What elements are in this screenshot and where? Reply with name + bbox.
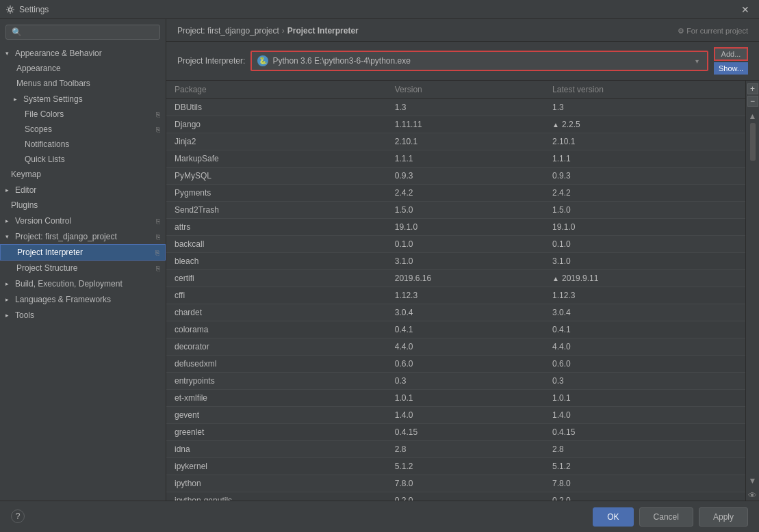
table-row[interactable]: Pygments2.4.22.4.2 xyxy=(166,185,745,202)
table-row[interactable]: greenlet0.4.150.4.15 xyxy=(166,424,745,441)
sidebar-item-quick-lists[interactable]: Quick Lists xyxy=(0,152,166,167)
sidebar: ▾ Appearance & Behavior Appearance Menus… xyxy=(0,19,166,501)
sidebar-item-notifications[interactable]: Notifications xyxy=(0,137,166,152)
table-row[interactable]: ipython-genutils0.2.00.2.0 xyxy=(166,492,745,501)
package-latest: 2.4.2 xyxy=(544,185,745,202)
table-row[interactable]: PyMySQL0.9.30.9.3 xyxy=(166,168,745,185)
breadcrumb-arrow: › xyxy=(282,26,285,36)
table-row[interactable]: DBUtils1.31.3 xyxy=(166,99,745,116)
table-container: + − ▲ ▼ 👁 Package xyxy=(166,81,759,501)
table-row[interactable]: decorator4.4.04.4.0 xyxy=(166,338,745,356)
table-row[interactable]: certifi2019.6.16▲2019.9.11 xyxy=(166,270,745,287)
package-name: certifi xyxy=(166,270,387,287)
scrollbar-up-button[interactable]: ▲ xyxy=(747,111,758,122)
eye-icon[interactable]: 👁 xyxy=(748,490,757,501)
table-row[interactable]: idna2.82.8 xyxy=(166,441,745,458)
sidebar-item-label: Notifications xyxy=(25,139,69,149)
sidebar-item-project-structure[interactable]: Project Structure ⎘ xyxy=(0,261,166,276)
table-row[interactable]: Jinja22.10.12.10.1 xyxy=(166,133,745,150)
chevron-right-icon: ▸ xyxy=(14,96,21,103)
sidebar-item-scopes[interactable]: Scopes ⎘ xyxy=(0,122,166,137)
sidebar-item-tools[interactable]: ▸ Tools xyxy=(0,307,166,323)
eye-visibility-button[interactable]: 👁 xyxy=(748,490,757,501)
copy-icon: ⎘ xyxy=(156,126,160,133)
copy-icon: ⎘ xyxy=(155,249,159,256)
sidebar-item-build-execution[interactable]: ▸ Build, Execution, Deployment xyxy=(0,276,166,291)
sidebar-item-menus-toolbars[interactable]: Menus and Toolbars xyxy=(0,76,166,91)
close-button[interactable]: ✕ xyxy=(737,3,754,16)
package-latest: 19.1.0 xyxy=(544,219,745,236)
table-row[interactable]: defusedxml0.6.00.6.0 xyxy=(166,356,745,373)
package-version: 1.1.1 xyxy=(387,150,544,168)
table-row[interactable]: cffi1.12.31.12.3 xyxy=(166,287,745,304)
sidebar-item-label: Languages & Frameworks xyxy=(15,295,111,304)
package-name: bleach xyxy=(166,253,387,270)
scroll-down-button[interactable]: ▼ xyxy=(747,475,758,486)
sidebar-item-system-settings[interactable]: ▸ System Settings xyxy=(0,91,166,107)
copy-icon: ⎘ xyxy=(156,265,160,272)
table-row[interactable]: ipykernel5.1.25.1.2 xyxy=(166,458,745,475)
cancel-button[interactable]: Cancel xyxy=(639,507,693,527)
table-row[interactable]: colorama0.4.10.4.1 xyxy=(166,321,745,338)
sidebar-item-file-colors[interactable]: File Colors ⎘ xyxy=(0,107,166,122)
interpreter-row: Project Interpreter: 🐍 Python 3.6 E:\pyt… xyxy=(166,42,759,81)
interpreter-label: Project Interpreter: xyxy=(177,56,245,66)
titlebar-left: Settings xyxy=(5,5,49,14)
package-latest: 1.1.1 xyxy=(544,150,745,168)
table-row[interactable]: bleach3.1.03.1.0 xyxy=(166,253,745,270)
package-name: Jinja2 xyxy=(166,133,387,150)
show-interpreter-button[interactable]: Show... xyxy=(714,62,748,75)
package-name: backcall xyxy=(166,236,387,253)
table-row[interactable]: Django1.11.11▲2.2.5 xyxy=(166,116,745,133)
package-name: cffi xyxy=(166,287,387,304)
table-row[interactable]: attrs19.1.019.1.0 xyxy=(166,219,745,236)
package-latest: 2.8 xyxy=(544,441,745,458)
package-table: Package Version Latest version DBUtils1.… xyxy=(166,81,745,501)
table-row[interactable]: ipython7.8.07.8.0 xyxy=(166,475,745,492)
sidebar-item-plugins[interactable]: Plugins xyxy=(0,198,166,213)
table-row[interactable]: backcall0.1.00.1.0 xyxy=(166,236,745,253)
apply-button[interactable]: Apply xyxy=(699,507,748,527)
package-name: idna xyxy=(166,441,387,458)
add-interpreter-button[interactable]: Add... xyxy=(714,47,748,61)
table-row[interactable]: Send2Trash1.5.01.5.0 xyxy=(166,202,745,219)
chevron-right-icon: ▸ xyxy=(5,280,12,287)
package-name: MarkupSafe xyxy=(166,150,387,168)
remove-package-button[interactable]: − xyxy=(747,96,758,107)
table-row[interactable]: MarkupSafe1.1.11.1.1 xyxy=(166,150,745,168)
svg-point-0 xyxy=(9,8,12,11)
sidebar-item-version-control[interactable]: ▸ Version Control ⎘ xyxy=(0,213,166,228)
titlebar: Settings ✕ xyxy=(0,0,759,19)
sidebar-item-appearance[interactable]: Appearance xyxy=(0,61,166,76)
table-row[interactable]: entrypoints0.30.3 xyxy=(166,373,745,390)
sidebar-item-appearance-behavior[interactable]: ▾ Appearance & Behavior xyxy=(0,45,166,61)
add-package-button[interactable]: + xyxy=(747,83,758,94)
package-version: 3.0.4 xyxy=(387,304,544,321)
table-row[interactable]: et-xmlfile1.0.11.0.1 xyxy=(166,390,745,407)
help-button[interactable]: ? xyxy=(11,509,25,523)
ok-button[interactable]: OK xyxy=(593,507,633,527)
interpreter-action-buttons: Add... Show... xyxy=(714,47,748,75)
copy-icon: ⎘ xyxy=(156,111,160,118)
sidebar-item-project[interactable]: ▾ Project: first_django_project ⎘ xyxy=(0,228,166,244)
package-name: ipykernel xyxy=(166,458,387,475)
sidebar-item-label: Build, Execution, Deployment xyxy=(15,279,123,289)
table-row[interactable]: gevent1.4.01.4.0 xyxy=(166,407,745,424)
package-name: PyMySQL xyxy=(166,168,387,185)
sidebar-item-project-interpreter[interactable]: Project Interpreter ⎘ xyxy=(0,244,166,261)
package-version: 1.11.11 xyxy=(387,116,544,133)
sidebar-item-languages[interactable]: ▸ Languages & Frameworks xyxy=(0,291,166,307)
package-latest: 7.8.0 xyxy=(544,475,745,492)
package-version: 2.8 xyxy=(387,441,544,458)
sidebar-item-editor[interactable]: ▸ Editor xyxy=(0,182,166,198)
interpreter-select[interactable]: 🐍 Python 3.6 E:\python3-6-4\python.exe ▾ xyxy=(252,52,707,70)
package-latest: 1.0.1 xyxy=(544,390,745,407)
sidebar-item-label: System Settings xyxy=(23,94,83,104)
package-table-scroll[interactable]: Package Version Latest version DBUtils1.… xyxy=(166,81,745,501)
sidebar-item-keymap[interactable]: Keymap xyxy=(0,167,166,182)
package-version: 4.4.0 xyxy=(387,338,544,356)
package-latest: 4.4.0 xyxy=(544,338,745,356)
table-row[interactable]: chardet3.0.43.0.4 xyxy=(166,304,745,321)
search-input[interactable] xyxy=(5,25,160,40)
package-version: 1.0.1 xyxy=(387,390,544,407)
